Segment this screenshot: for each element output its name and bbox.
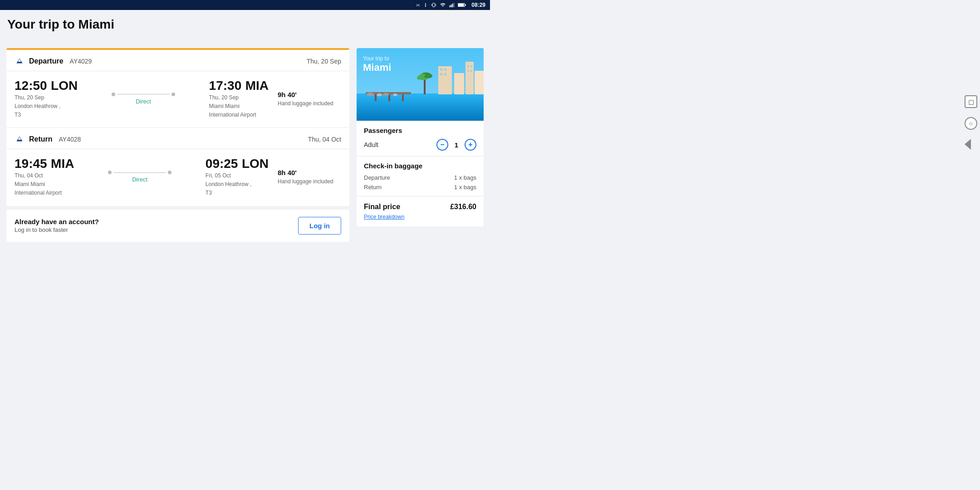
main-content: Departure AY4029 Thu, 20 Sep 12:50 LON T… bbox=[0, 39, 490, 251]
miami-overlay-title: Miami bbox=[363, 62, 391, 74]
ret-dep-code: MIA bbox=[51, 157, 74, 171]
departure-info: 9h 40' Hand luggage included bbox=[278, 91, 341, 107]
miami-image: Your trip to Miami bbox=[357, 48, 484, 121]
adult-label: Adult bbox=[364, 141, 378, 148]
ret-baggage-label: Return bbox=[364, 184, 382, 191]
battery-icon bbox=[458, 2, 467, 8]
wifi-icon bbox=[440, 2, 446, 8]
arr-date-sub: Thu, 20 Sep bbox=[209, 94, 269, 102]
login-text: Already have an account? Log in to book … bbox=[15, 218, 99, 233]
svg-rect-25 bbox=[444, 69, 446, 71]
dep-baggage-value: 1 x bags bbox=[454, 174, 476, 181]
dep-time: 12:50 bbox=[15, 78, 47, 93]
login-title: Already have an account? bbox=[15, 218, 99, 225]
final-price-row: Final price £316.60 bbox=[364, 203, 476, 211]
return-body: 19:45 MIA Thu, 04 Oct Miami Miami Intern… bbox=[6, 149, 349, 206]
miami-text-overlay: Your trip to Miami bbox=[363, 55, 391, 74]
price-breakdown-link[interactable]: Price breakdown bbox=[364, 214, 476, 220]
signal-icon bbox=[449, 2, 455, 8]
return-card: Return AY4028 Thu, 04 Oct 19:45 MIA Thu,… bbox=[6, 127, 349, 206]
return-type-label: Return bbox=[29, 135, 53, 143]
return-baggage-row: Return 1 x bags bbox=[364, 184, 476, 191]
svg-rect-21 bbox=[454, 73, 464, 94]
svg-rect-24 bbox=[440, 69, 442, 71]
flight-cards-wrapper: Departure AY4029 Thu, 20 Sep 12:50 LON T… bbox=[6, 48, 349, 206]
dep-baggage-label: Departure bbox=[364, 174, 390, 181]
svg-rect-4 bbox=[451, 5, 452, 7]
return-to: 09:25 LON Fri, 05 Oct London Heathrow , … bbox=[206, 157, 269, 196]
ret-baggage-value: 1 x bags bbox=[454, 184, 476, 191]
ret-arr-time: 09:25 bbox=[206, 157, 238, 171]
departure-header: Departure AY4029 Thu, 20 Sep bbox=[6, 50, 349, 71]
dep-code: LON bbox=[51, 78, 78, 93]
dep-duration: 9h 40' bbox=[278, 91, 341, 98]
svg-rect-22 bbox=[466, 62, 474, 94]
return-info: 8h 40' Hand luggage included bbox=[278, 169, 341, 185]
flights-column: Departure AY4029 Thu, 20 Sep 12:50 LON T… bbox=[6, 48, 349, 242]
svg-rect-6 bbox=[454, 3, 455, 7]
finnair-logo-return bbox=[15, 134, 24, 144]
ret-arr-date: Fri, 05 Oct bbox=[206, 172, 269, 180]
arr-time: 17:30 bbox=[209, 78, 242, 93]
return-date: Thu, 04 Oct bbox=[308, 136, 341, 143]
ret-arr-terminal: T3 bbox=[206, 189, 269, 197]
route-line-ret bbox=[108, 171, 172, 174]
ret-arr-code: LON bbox=[242, 157, 269, 171]
route-dash bbox=[117, 94, 170, 94]
svg-rect-26 bbox=[440, 73, 442, 75]
passengers-section: Passengers Adult − 1 + bbox=[357, 121, 484, 156]
svg-point-16 bbox=[367, 93, 374, 96]
route-dot-right bbox=[172, 93, 175, 96]
arr-airport: Miami Miami bbox=[209, 103, 269, 110]
passenger-count: 1 bbox=[453, 141, 460, 149]
svg-rect-29 bbox=[470, 65, 472, 67]
departure-from: 12:50 LON Thu, 20 Sep London Heathrow , … bbox=[15, 78, 78, 118]
departure-flight-number: AY4029 bbox=[70, 58, 92, 65]
bluetooth-icon bbox=[422, 2, 428, 8]
arr-code: MIA bbox=[245, 78, 269, 93]
ret-dep-airport: Miami Miami bbox=[15, 181, 74, 188]
svg-point-17 bbox=[377, 93, 382, 96]
departure-to: 17:30 MIA Thu, 20 Sep Miami Miami Intern… bbox=[209, 78, 269, 118]
sidebar: Your trip to Miami Passengers Adult − 1 … bbox=[357, 48, 484, 226]
svg-point-19 bbox=[393, 93, 397, 96]
dep-baggage: Hand luggage included bbox=[278, 100, 341, 107]
route-line-dep bbox=[112, 93, 175, 96]
price-value: £316.60 bbox=[450, 203, 476, 211]
baggage-section: Check-in baggage Departure 1 x bags Retu… bbox=[357, 156, 484, 196]
departure-body: 12:50 LON Thu, 20 Sep London Heathrow , … bbox=[6, 71, 349, 127]
dep-date-sub: Thu, 20 Sep bbox=[15, 94, 78, 102]
departure-baggage-row: Departure 1 x bags bbox=[364, 174, 476, 181]
svg-point-18 bbox=[383, 93, 389, 96]
ret-baggage: Hand luggage included bbox=[278, 178, 341, 185]
return-header-left: Return AY4028 bbox=[15, 134, 81, 144]
route-dot-left bbox=[112, 93, 115, 96]
price-label: Final price bbox=[364, 203, 400, 211]
departure-card: Departure AY4029 Thu, 20 Sep 12:50 LON T… bbox=[6, 50, 349, 127]
adult-passenger-row: Adult − 1 + bbox=[364, 139, 476, 151]
login-subtitle: Log in to book faster bbox=[15, 226, 99, 233]
ret-dep-time: 19:45 bbox=[15, 157, 47, 171]
svg-rect-9 bbox=[465, 5, 466, 6]
svg-rect-3 bbox=[450, 5, 451, 7]
svg-rect-30 bbox=[467, 70, 469, 72]
svg-rect-27 bbox=[444, 73, 446, 75]
departure-route-label: Direct bbox=[136, 98, 151, 105]
login-button[interactable]: Log in bbox=[298, 217, 341, 235]
svg-rect-15 bbox=[402, 94, 404, 101]
ret-duration: 8h 40' bbox=[278, 169, 341, 176]
increase-passenger-button[interactable]: + bbox=[465, 139, 476, 151]
return-route: Direct bbox=[83, 171, 196, 183]
svg-rect-14 bbox=[388, 94, 390, 101]
bluetooth-icon: ›‹ bbox=[416, 2, 420, 8]
status-time: 08:29 bbox=[471, 2, 485, 8]
return-header: Return AY4028 Thu, 04 Oct bbox=[6, 128, 349, 149]
decrease-passenger-button[interactable]: − bbox=[436, 139, 448, 151]
return-route-label: Direct bbox=[132, 176, 147, 183]
page-title: Your trip to Miami bbox=[6, 17, 484, 32]
dep-terminal: T3 bbox=[15, 111, 78, 119]
departure-route: Direct bbox=[87, 93, 200, 105]
ret-route-dot-right bbox=[168, 171, 172, 174]
ret-dep-date: Thu, 04 Oct bbox=[15, 172, 74, 180]
svg-rect-8 bbox=[458, 4, 464, 6]
